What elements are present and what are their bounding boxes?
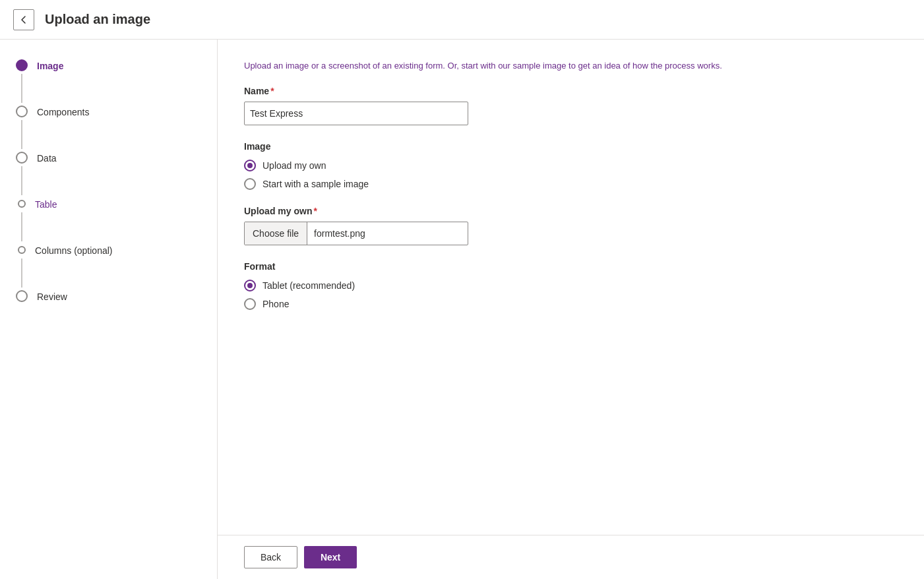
back-arrow-icon: [19, 15, 28, 24]
tablet-radio[interactable]: [244, 280, 256, 291]
format-section-title: Format: [244, 261, 898, 272]
sample-image-radio[interactable]: [244, 178, 256, 190]
step-label-columns[interactable]: Columns (optional): [35, 244, 113, 257]
back-button[interactable]: Back: [244, 546, 297, 568]
step-circle-columns: [18, 246, 26, 254]
name-required-star: *: [270, 86, 274, 96]
phone-option[interactable]: Phone: [244, 298, 898, 310]
step-label-data[interactable]: Data: [37, 152, 57, 164]
main-layout: Image Components Data: [0, 40, 924, 579]
step-item-columns: Columns (optional): [16, 244, 201, 290]
step-item-review: Review: [16, 290, 201, 303]
step-label-components[interactable]: Components: [37, 106, 89, 118]
step-line-1: [21, 74, 22, 103]
upload-section-label: Upload my own*: [244, 206, 898, 216]
step-left-data: [16, 152, 28, 198]
step-left-image: [16, 59, 28, 106]
step-left-columns: [16, 244, 28, 290]
step-line-2: [21, 120, 22, 149]
content-area: Upload an image or a screenshot of an ex…: [218, 40, 924, 579]
upload-section-group: Upload my own* Choose file formtest.png: [244, 206, 898, 245]
file-input-row: Choose file formtest.png: [244, 222, 468, 245]
step-line-4: [21, 212, 22, 241]
steps-container: Image Components Data: [16, 59, 201, 303]
step-item-table: Table: [16, 198, 201, 244]
top-bar: Upload an image: [0, 0, 924, 40]
upload-label-text: Upload my own: [244, 206, 312, 216]
step-item-image: Image: [16, 59, 201, 106]
name-input[interactable]: [244, 102, 468, 125]
tablet-option[interactable]: Tablet (recommended): [244, 280, 898, 291]
upload-own-option[interactable]: Upload my own: [244, 160, 898, 171]
step-circle-image: [16, 59, 28, 71]
name-label-text: Name: [244, 86, 269, 96]
step-line-3: [21, 166, 22, 195]
step-circle-review: [16, 290, 28, 302]
content-scroll: Upload an image or a screenshot of an ex…: [218, 40, 924, 535]
phone-radio[interactable]: [244, 298, 256, 310]
step-label-review[interactable]: Review: [37, 290, 67, 303]
image-section-title: Image: [244, 141, 898, 152]
step-left-components: [16, 106, 28, 152]
name-field-label: Name*: [244, 86, 898, 96]
back-nav-button[interactable]: [13, 9, 34, 30]
image-radio-group: Upload my own Start with a sample image: [244, 160, 898, 190]
step-item-components: Components: [16, 106, 201, 152]
sample-image-label: Start with a sample image: [262, 179, 369, 189]
step-circle-table: [18, 200, 26, 208]
name-field-group: Name*: [244, 86, 898, 125]
step-label-table[interactable]: Table: [35, 198, 57, 210]
file-name-display: formtest.png: [307, 228, 372, 239]
upload-own-radio[interactable]: [244, 160, 256, 171]
step-circle-data: [16, 152, 28, 164]
page-title: Upload an image: [45, 12, 150, 27]
footer-bar: Back Next: [218, 535, 924, 579]
phone-label: Phone: [262, 299, 289, 309]
step-circle-components: [16, 106, 28, 117]
sidebar: Image Components Data: [0, 40, 218, 579]
upload-own-label: Upload my own: [262, 160, 326, 171]
step-line-5: [21, 259, 22, 288]
step-item-data: Data: [16, 152, 201, 198]
sample-image-option[interactable]: Start with a sample image: [244, 178, 898, 190]
choose-file-button[interactable]: Choose file: [245, 222, 307, 245]
tablet-label: Tablet (recommended): [262, 280, 355, 291]
description-text: Upload an image or a screenshot of an ex…: [244, 59, 898, 73]
next-button[interactable]: Next: [304, 546, 357, 568]
step-left-review: [16, 290, 28, 302]
format-section-group: Format Tablet (recommended) Phone: [244, 261, 898, 310]
step-label-image[interactable]: Image: [37, 59, 63, 72]
format-radio-group: Tablet (recommended) Phone: [244, 280, 898, 310]
step-left-table: [16, 198, 28, 244]
upload-required-star: *: [313, 206, 317, 216]
